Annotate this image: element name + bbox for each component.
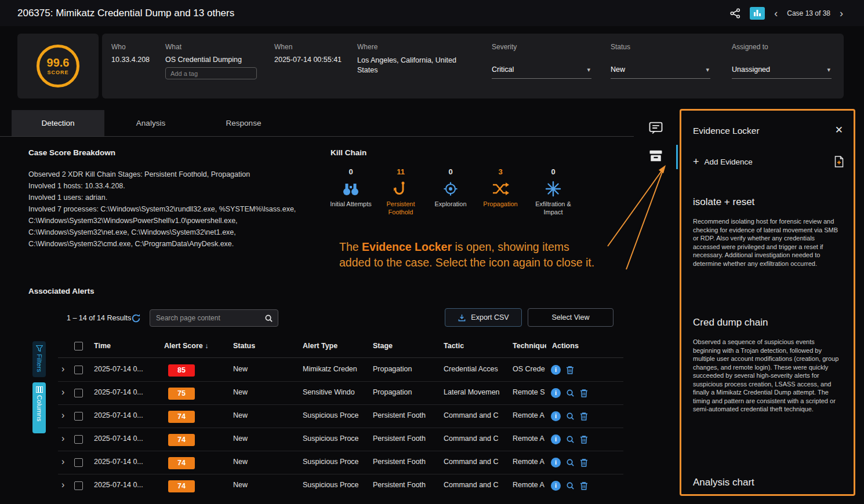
columns-button[interactable]: Columns — [32, 382, 46, 433]
search-icon[interactable] — [566, 435, 575, 444]
killchain-stage-exfiltration-impact[interactable]: 0 Exfiltration & Impact — [525, 167, 581, 216]
cell-stage: Propagation — [373, 365, 438, 373]
col-technique[interactable]: Technique — [513, 342, 546, 350]
evidence-item-title[interactable]: isolate + reset — [693, 196, 754, 208]
when-label: When — [274, 43, 292, 51]
killchain-stage-propagation[interactable]: 3 Propagation — [475, 167, 525, 216]
tab-response[interactable]: Response — [197, 110, 290, 137]
tab-detection[interactable]: Detection — [12, 110, 104, 137]
expand-chevron-icon[interactable]: › — [61, 387, 64, 397]
cell-tactic: Credential Acces — [444, 365, 509, 373]
plus-icon: + — [693, 156, 699, 168]
search-icon[interactable] — [566, 389, 575, 397]
cell-alert-type: Suspicious Proce — [303, 434, 368, 443]
cell-technique: Remote A — [513, 481, 546, 489]
cell-stage: Propagation — [373, 388, 438, 396]
expand-chevron-icon[interactable]: › — [61, 480, 64, 490]
funnel-icon — [36, 345, 43, 352]
row-checkbox[interactable] — [74, 458, 83, 467]
share-icon[interactable] — [730, 8, 740, 19]
chevron-down-icon: ▾ — [587, 66, 590, 74]
info-icon[interactable]: i — [551, 365, 561, 375]
close-icon[interactable]: ✕ — [835, 124, 843, 136]
add-tag-input[interactable] — [165, 67, 257, 79]
cell-technique: Remote S — [513, 388, 546, 396]
assigned-dropdown[interactable]: Unassigned ▾ — [732, 63, 832, 79]
trash-icon[interactable] — [580, 389, 588, 398]
table-row[interactable]: › 2025-07-14 0... 74 New Suspicious Proc… — [58, 428, 623, 451]
expand-chevron-icon[interactable]: › — [61, 433, 64, 444]
evidence-locker-icon[interactable] — [648, 148, 664, 164]
row-checkbox[interactable] — [74, 412, 83, 421]
row-checkbox[interactable] — [74, 389, 83, 397]
row-checkbox[interactable] — [74, 366, 83, 374]
info-icon[interactable]: i — [551, 434, 561, 444]
search-icon[interactable] — [264, 314, 273, 323]
cell-technique: Remote A — [513, 434, 546, 443]
comments-icon[interactable] — [648, 120, 664, 136]
table-row[interactable]: › 2025-07-14 0... 75 New Sensitive Windo… — [58, 382, 623, 405]
select-all-checkbox[interactable] — [74, 342, 83, 350]
trash-icon[interactable] — [580, 481, 588, 491]
col-alert-score[interactable]: Alert Score ↓ — [164, 342, 208, 350]
evidence-item-body: Observed a sequence of suspicious events… — [693, 338, 840, 414]
tab-analysis[interactable]: Analysis — [104, 110, 197, 137]
expand-chevron-icon[interactable]: › — [61, 456, 64, 467]
search-box — [150, 309, 278, 327]
chevron-left-icon[interactable]: ‹ — [774, 7, 778, 20]
table-row[interactable]: › 2025-07-14 0... 85 New Mimikatz Creden… — [58, 359, 623, 382]
info-icon[interactable]: i — [551, 388, 561, 398]
shuffle-arrows-icon — [475, 180, 525, 198]
filters-button[interactable]: Filters — [32, 341, 46, 377]
col-stage[interactable]: Stage — [373, 342, 393, 350]
table-row[interactable]: › 2025-07-14 0... 74 New Suspicious Proc… — [58, 474, 623, 498]
expand-chevron-icon[interactable]: › — [61, 364, 64, 374]
alert-score-badge: 85 — [168, 364, 195, 377]
export-csv-button[interactable]: Export CSV — [445, 308, 522, 327]
cell-time: 2025-07-14 0... — [94, 481, 160, 489]
col-tactic[interactable]: Tactic — [444, 342, 464, 350]
search-input[interactable] — [156, 310, 260, 326]
alert-score-badge: 74 — [168, 434, 195, 446]
hook-icon — [376, 180, 426, 198]
add-evidence-button[interactable]: + Add Evidence — [693, 156, 753, 168]
search-icon[interactable] — [566, 458, 575, 467]
search-icon[interactable] — [566, 412, 575, 421]
killchain-stage-exploration[interactable]: 0 Exploration — [426, 167, 475, 216]
info-icon[interactable]: i — [551, 411, 561, 421]
severity-dropdown[interactable]: Critical ▾ — [492, 63, 591, 79]
expand-chevron-icon[interactable]: › — [61, 410, 64, 421]
killchain-stage-initial-attempts[interactable]: 0 Initial Attempts — [326, 167, 376, 216]
main-tabs: Detection Analysis Response — [12, 110, 290, 137]
table-row[interactable]: › 2025-07-14 0... 74 New Suspicious Proc… — [58, 451, 623, 474]
trash-icon[interactable] — [580, 458, 588, 468]
chevron-right-icon[interactable]: › — [840, 7, 843, 20]
trash-icon[interactable] — [566, 366, 574, 375]
search-icon[interactable] — [566, 481, 575, 490]
chevron-down-icon: ▾ — [827, 66, 830, 74]
header-divider — [58, 357, 623, 358]
info-icon[interactable]: i — [551, 458, 561, 468]
cell-time: 2025-07-14 0... — [94, 388, 160, 396]
row-checkbox[interactable] — [74, 435, 83, 444]
refresh-icon[interactable] — [131, 313, 141, 323]
associated-alerts-title: Associated Alerts — [28, 287, 95, 295]
status-dropdown[interactable]: New ▾ — [611, 63, 710, 79]
evidence-item-title[interactable]: Cred dump chain — [693, 317, 768, 328]
trash-icon[interactable] — [580, 435, 588, 444]
col-status[interactable]: Status — [233, 342, 255, 350]
killchain-stage-persistent-foothold[interactable]: 11 Persistent Foothold — [376, 167, 426, 216]
col-time[interactable]: Time — [94, 342, 111, 350]
cell-alert-type: Suspicious Proce — [303, 481, 368, 489]
table-row[interactable]: › 2025-07-14 0... 74 New Suspicious Proc… — [58, 405, 623, 428]
col-alert-type[interactable]: Alert Type — [303, 342, 337, 350]
trash-icon[interactable] — [580, 412, 588, 421]
select-view-button[interactable]: Select View — [528, 308, 613, 327]
columns-icon — [36, 386, 43, 393]
results-count: 1 – 14 of 14 Results — [67, 314, 131, 322]
chart-view-button[interactable] — [750, 7, 765, 20]
file-plus-icon[interactable] — [834, 156, 844, 167]
row-checkbox[interactable] — [74, 481, 83, 490]
info-icon[interactable]: i — [551, 481, 561, 491]
evidence-item-title[interactable]: Analysis chart — [693, 477, 754, 488]
